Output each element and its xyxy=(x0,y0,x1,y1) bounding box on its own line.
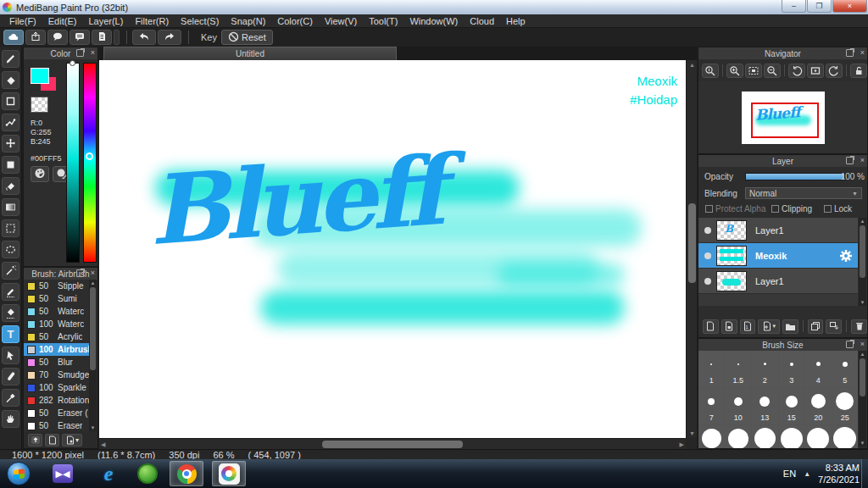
close-icon[interactable]: × xyxy=(91,269,95,277)
polyline-tool[interactable] xyxy=(2,114,19,131)
publish-button[interactable] xyxy=(25,30,46,45)
menu-file[interactable]: File(F) xyxy=(3,16,42,26)
menu-layer[interactable]: Layer(L) xyxy=(82,16,129,26)
scroll-right-icon[interactable]: ▶ xyxy=(680,441,684,448)
scroll-up-icon[interactable]: ▲ xyxy=(689,62,695,68)
select-eraser-tool[interactable] xyxy=(2,304,19,322)
layer-settings-gear-icon[interactable] xyxy=(839,249,853,266)
brush-size-cell[interactable]: 15 xyxy=(779,388,805,424)
cloud-button[interactable] xyxy=(3,30,24,45)
document-button[interactable] xyxy=(92,30,112,45)
brush-row[interactable]: 282Rotation xyxy=(24,394,89,407)
zoom-in-button[interactable] xyxy=(726,64,743,78)
feedback-button[interactable] xyxy=(70,30,90,45)
scroll-down-icon[interactable]: ▼ xyxy=(859,441,866,446)
brightness-strip[interactable] xyxy=(66,63,80,263)
toolbar-overflow[interactable] xyxy=(114,30,120,45)
stylus-eraser-tool[interactable] xyxy=(2,368,19,385)
menu-view[interactable]: View(V) xyxy=(319,16,363,26)
add-layer-menu-button[interactable]: ▾ xyxy=(758,319,780,334)
scroll-down-icon[interactable]: ▼ xyxy=(689,430,695,436)
close-button[interactable]: × xyxy=(832,0,867,13)
menu-snap[interactable]: Snap(N) xyxy=(225,16,271,26)
brush-size-cell[interactable]: 70 xyxy=(779,425,805,448)
brush-size-cell[interactable]: 30 xyxy=(698,425,725,448)
reset-button[interactable]: Reset xyxy=(221,30,273,45)
hue-marker[interactable] xyxy=(86,152,93,160)
brush-add-button[interactable] xyxy=(45,434,59,446)
popout-icon[interactable] xyxy=(846,341,854,348)
delete-layer-button[interactable] xyxy=(851,319,867,334)
layer-row-selected[interactable]: Meoxik xyxy=(698,243,858,269)
scrollbar-thumb[interactable] xyxy=(90,287,96,370)
layer-folder-button[interactable] xyxy=(782,319,798,334)
horizontal-scrollbar[interactable]: ◀ ▶ xyxy=(99,438,686,449)
popout-icon[interactable] xyxy=(846,49,854,57)
select-rect-fill-tool[interactable] xyxy=(2,156,19,174)
brush-upload-button[interactable] xyxy=(28,434,42,446)
brush-size-cell[interactable]: 4 xyxy=(805,351,832,387)
brush-size-cell[interactable]: 100 xyxy=(805,425,832,448)
foreground-color-swatch[interactable] xyxy=(31,68,49,84)
undo-button[interactable] xyxy=(132,30,156,45)
scrollbar-thumb[interactable] xyxy=(860,225,865,278)
close-icon[interactable]: × xyxy=(91,49,95,57)
text-tool[interactable]: T xyxy=(2,325,19,343)
language-indicator[interactable]: EN xyxy=(783,469,796,479)
brush-size-cell[interactable]: 13 xyxy=(752,388,778,424)
palette-button[interactable] xyxy=(31,166,49,182)
brush-size-cell[interactable]: 150 xyxy=(832,425,859,448)
opacity-slider[interactable] xyxy=(745,173,845,180)
brush-size-cell[interactable]: 40 xyxy=(726,425,752,448)
clipping-checkbox[interactable]: Clipping xyxy=(771,204,812,214)
brush-size-cell[interactable]: 50 xyxy=(752,425,778,448)
visibility-dot-icon[interactable] xyxy=(704,278,711,285)
brush-row[interactable]: 50Stipple xyxy=(24,280,89,292)
visibility-dot-icon[interactable] xyxy=(704,252,711,259)
lasso-tool[interactable] xyxy=(2,241,19,258)
layer-row[interactable]: Layer1 xyxy=(698,269,858,294)
lock-button[interactable] xyxy=(850,64,867,78)
brush-row[interactable]: 100Waterc xyxy=(24,318,89,330)
close-icon[interactable]: × xyxy=(860,49,865,57)
new-layer-button[interactable] xyxy=(703,319,719,334)
zoom-out-button[interactable] xyxy=(764,64,781,78)
select-pen-tool[interactable] xyxy=(2,283,19,301)
brush-row[interactable]: 70Smudge xyxy=(24,369,89,381)
menu-color[interactable]: Color(C) xyxy=(271,16,319,26)
brush-size-cell[interactable]: 2 xyxy=(752,351,778,387)
comment-button[interactable] xyxy=(47,30,68,45)
brush-row[interactable]: 50Eraser ( xyxy=(24,407,89,419)
brush-size-cell[interactable]: 5 xyxy=(832,351,859,387)
scroll-down-icon[interactable]: ▼ xyxy=(859,300,866,305)
close-icon[interactable]: × xyxy=(860,341,865,348)
brush-row[interactable]: 50Eraser xyxy=(24,419,89,431)
brush-size-scrollbar[interactable]: ▲ ▼ xyxy=(859,351,866,446)
hue-strip[interactable] xyxy=(83,63,97,263)
new-1bit-layer-button[interactable]: 1 xyxy=(740,319,756,334)
move-tool[interactable] xyxy=(2,135,19,152)
minimize-button[interactable]: – xyxy=(782,0,806,13)
brush-size-cell[interactable]: 7 xyxy=(698,388,725,424)
canvas-viewport[interactable]: Blueff Meoxik #Hoidap xyxy=(99,60,686,438)
taskbar-clock[interactable]: 8:33 AM 7/26/2021 xyxy=(818,462,860,485)
transparent-color-swatch[interactable] xyxy=(31,97,48,113)
brush-row[interactable]: 50Waterc xyxy=(24,305,89,318)
eraser-tool[interactable] xyxy=(2,71,19,89)
brush-list-scrollbar[interactable]: ▲ ▼ xyxy=(89,280,97,431)
brush-options-button[interactable]: ▾ xyxy=(62,434,82,446)
brightness-marker[interactable] xyxy=(70,60,75,66)
layer-list-scrollbar[interactable]: ▲ ▼ xyxy=(859,218,866,306)
taskbar-kmplayer[interactable]: ▶◀ xyxy=(46,461,80,486)
scrollbar-thumb[interactable] xyxy=(860,358,865,396)
scroll-up-icon[interactable]: ▲ xyxy=(859,219,866,224)
scroll-left-icon[interactable]: ◀ xyxy=(101,441,105,448)
blending-dropdown[interactable]: Normal ▼ xyxy=(745,187,862,199)
gradient-tool[interactable] xyxy=(2,198,19,216)
scrollbar-thumb[interactable] xyxy=(688,203,696,283)
rotate-cw-button[interactable] xyxy=(826,64,843,78)
popout-icon[interactable] xyxy=(76,49,84,57)
popout-icon[interactable] xyxy=(76,269,84,277)
new-locked-layer-button[interactable] xyxy=(721,319,737,334)
menu-tool[interactable]: Tool(T) xyxy=(363,16,403,26)
